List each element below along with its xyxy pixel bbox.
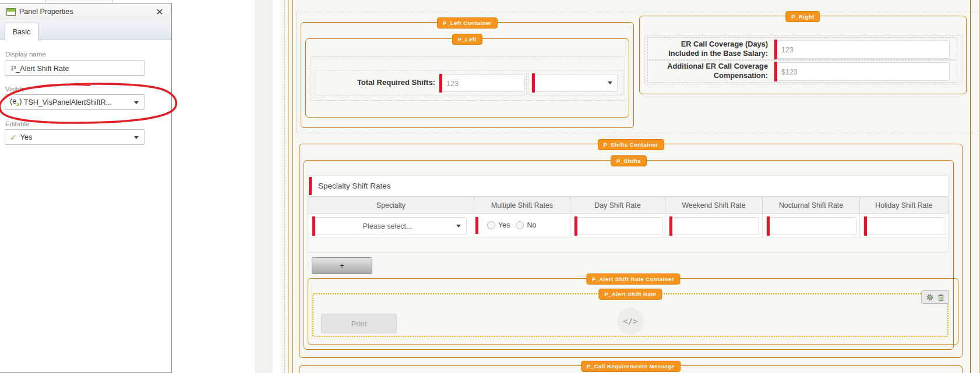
code-placeholder-icon: </> (617, 308, 644, 335)
er-call-coverage-input-wrap (774, 40, 950, 59)
additional-er-call-cell: Additional ER Call Coverage Compensation… (647, 59, 957, 83)
panel-p-left-container[interactable]: P_Left Container P_Left Total Required S… (301, 22, 634, 128)
canvas-page-edge (273, 0, 281, 373)
badge-p-shifts-container[interactable]: P_Shifts Container (598, 139, 664, 150)
additional-er-call-input[interactable] (780, 63, 947, 81)
badge-p-right[interactable]: P_Right (785, 11, 820, 22)
required-marker (475, 217, 478, 234)
editable-label: Editable (5, 120, 30, 127)
required-marker (309, 177, 312, 195)
multiple-shift-rates-cell: Yes No (474, 214, 570, 237)
radio-yes[interactable] (487, 221, 495, 229)
col-header-nocturnal-shift-rate: Nocturnal Shift Rate (762, 197, 859, 214)
shifts-table-header-row: Specialty Multiple Shift Rates Day Shift… (308, 197, 949, 214)
display-name-field-wrap (5, 60, 144, 76)
specialty-shift-rates-header: Specialty Shift Rates (308, 175, 949, 197)
canvas-gutter (255, 0, 273, 373)
p-right-rows-wrapper: ER Call Coverage (Days) Included in the … (644, 35, 963, 84)
additional-er-call-label: Additional ER Call Coverage Compensation… (651, 62, 768, 80)
day-shift-rate-input[interactable] (580, 218, 660, 236)
dialog-title: Panel Properties (19, 8, 73, 16)
print-button[interactable]: Print (321, 314, 397, 333)
add-row-button[interactable]: + (312, 257, 372, 274)
badge-p-shifts[interactable]: P_Shifts (611, 155, 647, 166)
chevron-down-icon (456, 225, 461, 228)
shifts-table-footer (308, 237, 949, 253)
holiday-shift-rate-input[interactable] (870, 218, 943, 236)
col-header-specialty: Specialty (308, 197, 474, 214)
chevron-down-icon (134, 101, 139, 104)
day-shift-rate-cell (570, 214, 665, 237)
panel-p-call-requirements-container[interactable]: P_Call Requirements Message (299, 365, 963, 373)
p-left-dropdown[interactable] (531, 74, 618, 92)
specialty-cell: Please select... (308, 214, 474, 237)
panel-p-shifts[interactable]: P_Shifts Specialty Shift Rates Specialty… (304, 160, 954, 350)
radio-no-label: No (527, 221, 536, 229)
panel-properties-dialog: Panel Properties × Basic Display name Vi… (0, 3, 172, 373)
outer-container-border-2-left (292, 0, 293, 373)
nocturnal-shift-rate-cell (762, 214, 859, 237)
editable-dropdown[interactable]: ✓Yes (5, 129, 144, 145)
panel-p-alert-shift-rate-container[interactable]: P_Alert Shift Rate Container P_Alert Shi… (308, 278, 958, 345)
panel-p-right[interactable]: P_Right ER Call Coverage (Days) Included… (639, 16, 967, 94)
col-header-weekend-shift-rate: Weekend Shift Rate (665, 197, 762, 214)
check-icon: ✓ (10, 133, 17, 142)
holiday-shift-rate-cell (859, 214, 948, 237)
badge-p-call-requirements-message[interactable]: P_Call Requirements Message (581, 361, 681, 372)
outer-container-border-1-left (288, 0, 288, 373)
total-required-shifts-input-wrap (439, 74, 525, 92)
multiple-shift-rates-radio-group: Yes No (487, 221, 542, 229)
chevron-down-icon (134, 136, 139, 139)
weekend-shift-rate-cell (665, 214, 762, 237)
holiday-shift-rate-input-wrap (863, 217, 946, 235)
badge-p-left[interactable]: P_Left (452, 34, 482, 45)
radio-yes-label: Yes (498, 221, 510, 229)
badge-p-left-container[interactable]: P_Left Container (437, 17, 498, 29)
p-left-dropdown-cell (528, 70, 623, 95)
specialty-select-value: Please select... (319, 218, 456, 235)
weekend-shift-rate-input-wrap (669, 217, 759, 235)
p-left-row-wrapper: Total Required Shifts: (311, 56, 625, 101)
panel-p-alert-shift-rate[interactable]: P_Alert Shift Rate Print </> (312, 293, 949, 337)
outer-dashed-rail-left (284, 0, 285, 373)
additional-er-call-input-wrap (774, 62, 950, 81)
total-shifts-cell: Total Required Shifts: (315, 70, 527, 95)
col-header-holiday-shift-rate: Holiday Shift Rate (859, 197, 948, 214)
badge-p-alert-shift-rate-container[interactable]: P_Alert Shift Rate Container (586, 273, 680, 285)
tab-basic[interactable]: Basic (5, 23, 38, 41)
close-icon[interactable]: × (156, 4, 163, 19)
panel-p-shifts-container[interactable]: P_Shifts Container P_Shifts Specialty Sh… (299, 144, 963, 358)
total-required-shifts-input[interactable] (445, 75, 522, 93)
weekend-shift-rate-input[interactable] (675, 218, 756, 236)
er-call-coverage-label: ER Call Coverage (Days) Included in the … (651, 40, 768, 58)
display-name-input[interactable] (10, 61, 142, 76)
er-call-coverage-input[interactable] (780, 41, 947, 59)
visible-dropdown-value: (ex) TSH_VisPanelAlertShiftR... (10, 95, 112, 109)
trash-icon[interactable] (937, 293, 945, 301)
panel-toolbar (921, 290, 949, 304)
panel-icon (6, 8, 16, 16)
section-title: Specialty Shift Rates (318, 182, 391, 190)
editable-dropdown-value: ✓Yes (10, 130, 32, 144)
day-shift-rate-input-wrap (574, 217, 662, 235)
expression-icon: (ex) (10, 97, 22, 107)
total-required-shifts-label: Total Required Shifts: (321, 78, 435, 87)
visible-label: Visible (5, 86, 25, 93)
er-call-coverage-cell: ER Call Coverage (Days) Included in the … (647, 37, 957, 61)
nocturnal-shift-rate-input[interactable] (773, 218, 854, 236)
col-header-day-shift-rate: Day Shift Rate (570, 197, 665, 214)
specialty-select[interactable]: Please select... (312, 217, 467, 235)
nocturnal-shift-rate-input-wrap (766, 217, 856, 235)
col-header-multiple-shift-rates: Multiple Shift Rates (474, 197, 570, 214)
radio-no[interactable] (516, 221, 524, 229)
badge-p-alert-shift-rate[interactable]: P_Alert Shift Rate (598, 289, 662, 300)
dialog-titlebar[interactable]: Panel Properties × (0, 3, 171, 20)
visible-dropdown[interactable]: (ex) TSH_VisPanelAlertShiftR... (5, 94, 144, 110)
form-designer-screen: P_Left Container P_Left Total Required S… (0, 0, 980, 373)
chevron-down-icon (608, 81, 612, 84)
gear-icon[interactable] (926, 293, 934, 301)
display-name-label: Display name (5, 51, 46, 58)
shifts-table-row: Please select... Yes No (308, 214, 949, 237)
panel-p-left[interactable]: P_Left Total Required Shifts: (305, 38, 629, 118)
dialog-tabstrip: Basic (0, 20, 171, 40)
